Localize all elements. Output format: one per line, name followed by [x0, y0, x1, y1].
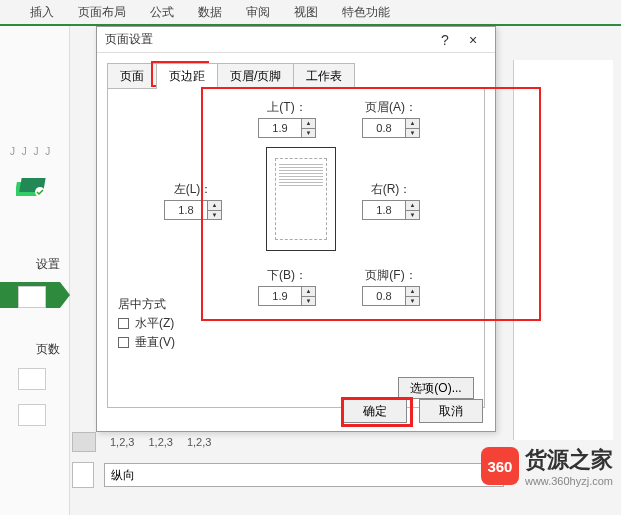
- center-section: 居中方式 水平(Z) 垂直(V): [118, 296, 175, 351]
- spin-down-icon[interactable]: ▼: [302, 297, 315, 306]
- margin-top-input[interactable]: 1.9▲▼: [258, 118, 316, 138]
- orientation-select[interactable]: 纵向 ▾: [104, 463, 504, 487]
- spin-up-icon[interactable]: ▲: [406, 119, 419, 129]
- menu-formula[interactable]: 公式: [150, 4, 174, 21]
- options-button[interactable]: 选项(O)...: [398, 377, 474, 399]
- margin-top-group: 上(T)： 1.9▲▼: [258, 99, 316, 138]
- margin-right-group: 右(R)： 1.8▲▼: [362, 181, 420, 220]
- dialog-titlebar: 页面设置 ? ×: [97, 27, 495, 53]
- bottom-presets: 1,2,3 1,2,3 1,2,3: [72, 432, 211, 452]
- page-setup-dialog: 页面设置 ? × 页面 页边距 页眉/页脚 工作表 上(T)： 1.9▲▼ 页眉…: [96, 26, 496, 432]
- side-icon-3[interactable]: [18, 404, 46, 426]
- margin-footer-label: 页脚(F)：: [362, 267, 420, 284]
- menu-data[interactable]: 数据: [198, 4, 222, 21]
- spin-down-icon[interactable]: ▼: [406, 297, 419, 306]
- margin-bottom-group: 下(B)： 1.9▲▼: [258, 267, 316, 306]
- spin-up-icon[interactable]: ▲: [406, 201, 419, 211]
- spin-up-icon[interactable]: ▲: [302, 287, 315, 297]
- watermark: 360 货源之家 www.360hyzj.com: [481, 445, 613, 487]
- spin-up-icon[interactable]: ▲: [302, 119, 315, 129]
- watermark-brand: 货源之家: [525, 445, 613, 475]
- margin-header-group: 页眉(A)： 0.8▲▼: [362, 99, 420, 138]
- spin-up-icon[interactable]: ▲: [208, 201, 221, 211]
- orientation-icon: [72, 462, 94, 488]
- spin-down-icon[interactable]: ▼: [208, 211, 221, 220]
- preset-3[interactable]: 1,2,3: [187, 436, 211, 448]
- cancel-button[interactable]: 取消: [419, 399, 483, 423]
- watermark-logo: 360: [481, 447, 519, 485]
- help-button[interactable]: ?: [431, 32, 459, 48]
- center-vertical-checkbox[interactable]: 垂直(V): [118, 334, 175, 351]
- decoration: J J J J: [10, 146, 52, 157]
- center-title: 居中方式: [118, 296, 175, 313]
- pages-label: 页数: [36, 341, 60, 358]
- watermark-url: www.360hyzj.com: [525, 475, 613, 487]
- margin-left-input[interactable]: 1.8▲▼: [164, 200, 222, 220]
- tab-headerfooter[interactable]: 页眉/页脚: [217, 63, 294, 89]
- dialog-tabs: 页面 页边距 页眉/页脚 工作表: [107, 63, 485, 89]
- menu-pagelayout[interactable]: 页面布局: [78, 4, 126, 21]
- left-panel: J J J J 设置 页数: [0, 26, 70, 515]
- margin-top-label: 上(T)：: [258, 99, 316, 116]
- menu-view[interactable]: 视图: [294, 4, 318, 21]
- margin-footer-group: 页脚(F)： 0.8▲▼: [362, 267, 420, 306]
- spin-down-icon[interactable]: ▼: [406, 129, 419, 138]
- ok-button[interactable]: 确定: [343, 399, 407, 423]
- side-icon-1[interactable]: [18, 286, 46, 308]
- side-icon-2[interactable]: [18, 368, 46, 390]
- page-preview-icon: [266, 147, 336, 251]
- tab-sheet[interactable]: 工作表: [293, 63, 355, 89]
- orientation-row: 纵向 ▾: [72, 462, 504, 488]
- margin-header-label: 页眉(A)：: [362, 99, 420, 116]
- dialog-title: 页面设置: [105, 31, 431, 48]
- margin-left-group: 左(L)： 1.8▲▼: [164, 181, 222, 220]
- margin-left-label: 左(L)：: [164, 181, 222, 198]
- preset-1[interactable]: 1,2,3: [110, 436, 134, 448]
- books-icon: [16, 176, 48, 200]
- tab-margins[interactable]: 页边距: [156, 63, 218, 89]
- close-button[interactable]: ×: [459, 32, 487, 48]
- app-menubar: 插入 页面布局 公式 数据 审阅 视图 特色功能: [0, 0, 621, 24]
- menu-features[interactable]: 特色功能: [342, 4, 390, 21]
- document-preview: [513, 60, 613, 440]
- menu-insert[interactable]: 插入: [30, 4, 54, 21]
- dialog-button-row: 确定 取消: [343, 399, 483, 423]
- margin-footer-input[interactable]: 0.8▲▼: [362, 286, 420, 306]
- spin-down-icon[interactable]: ▼: [406, 211, 419, 220]
- tab-content: 上(T)： 1.9▲▼ 页眉(A)： 0.8▲▼ 左(L)： 1.8▲▼ 右(R…: [107, 88, 485, 408]
- margin-right-input[interactable]: 1.8▲▼: [362, 200, 420, 220]
- margin-bottom-label: 下(B)：: [258, 267, 316, 284]
- spin-down-icon[interactable]: ▼: [302, 129, 315, 138]
- menu-review[interactable]: 审阅: [246, 4, 270, 21]
- settings-label: 设置: [36, 256, 60, 273]
- center-horizontal-checkbox[interactable]: 水平(Z): [118, 315, 175, 332]
- tab-page[interactable]: 页面: [107, 63, 157, 89]
- margin-bottom-input[interactable]: 1.9▲▼: [258, 286, 316, 306]
- spin-up-icon[interactable]: ▲: [406, 287, 419, 297]
- margin-header-input[interactable]: 0.8▲▼: [362, 118, 420, 138]
- margin-right-label: 右(R)：: [362, 181, 420, 198]
- preset-2[interactable]: 1,2,3: [148, 436, 172, 448]
- preset-icon[interactable]: [72, 432, 96, 452]
